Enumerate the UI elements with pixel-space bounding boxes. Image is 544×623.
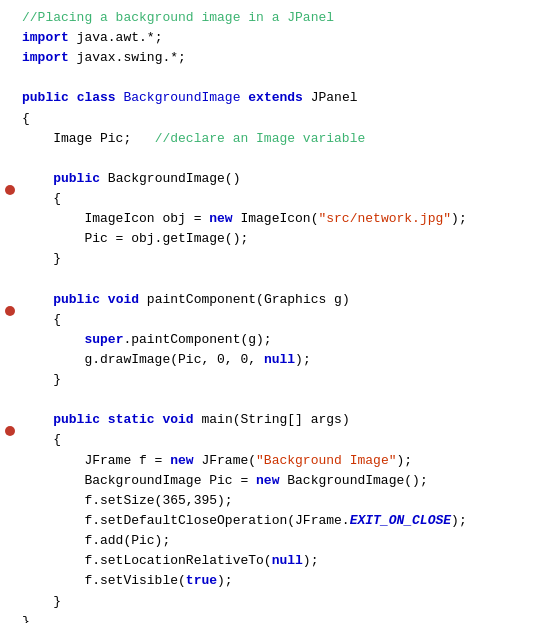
token [69, 90, 77, 105]
code-line: } [0, 249, 544, 269]
token: f.setSize(365,395); [22, 493, 233, 508]
token: , [248, 352, 264, 367]
breakpoint-indicator [5, 306, 15, 316]
code-line: public class BackgroundImage extends JPa… [0, 88, 544, 108]
code-line: Image Pic; //declare an Image variable [0, 129, 544, 149]
token: { [22, 312, 61, 327]
line-content: import java.awt.*; [22, 28, 536, 48]
code-line: public void paintComponent(Graphics g) [0, 290, 544, 310]
token: } [22, 594, 61, 609]
token: JFrame( [194, 453, 256, 468]
line-content: } [22, 592, 536, 612]
code-line: f.setSize(365,395); [0, 491, 544, 511]
line-content: g.drawImage(Pic, 0, 0, null); [22, 350, 536, 370]
line-content: JFrame f = new JFrame("Background Image"… [22, 451, 536, 471]
line-content: { [22, 189, 536, 209]
code-line: } [0, 370, 544, 390]
line-content: Image Pic; //declare an Image variable [22, 129, 536, 149]
token: EXIT_ON_CLOSE [350, 513, 451, 528]
token: JPanel [303, 90, 358, 105]
token: f.setLocationRelativeTo( [22, 553, 272, 568]
token [22, 332, 84, 347]
code-line: g.drawImage(Pic, 0, 0, null); [0, 350, 544, 370]
token: import [22, 50, 69, 65]
code-line [0, 68, 544, 88]
line-content: super.paintComponent(g); [22, 330, 536, 350]
breakpoint-indicator [5, 185, 15, 195]
token: null [264, 352, 295, 367]
token: "Background Image" [256, 453, 396, 468]
token: ); [303, 553, 319, 568]
code-line: f.setVisible(true); [0, 571, 544, 591]
code-line: } [0, 612, 544, 623]
code-line: import java.awt.*; [0, 28, 544, 48]
code-line: import javax.swing.*; [0, 48, 544, 68]
token [22, 292, 53, 307]
token: javax.swing.*; [69, 50, 186, 65]
code-line [0, 149, 544, 169]
line-content: { [22, 430, 536, 450]
token: BackgroundImage(); [279, 473, 427, 488]
token: paintComponent(Graphics g) [139, 292, 350, 307]
line-content: } [22, 370, 536, 390]
token: ); [295, 352, 311, 367]
token: public [53, 171, 100, 186]
line-content: } [22, 612, 536, 623]
token: void [108, 292, 139, 307]
token: BackgroundImage Pic = [22, 473, 256, 488]
code-line: public static void main(String[] args) [0, 410, 544, 430]
token: BackgroundImage() [100, 171, 240, 186]
token: new [256, 473, 279, 488]
token: { [22, 111, 30, 126]
token: ); [397, 453, 413, 468]
token: //declare an Image variable [155, 131, 366, 146]
token: } [22, 251, 61, 266]
code-line: super.paintComponent(g); [0, 330, 544, 350]
code-line: { [0, 109, 544, 129]
code-line: f.setLocationRelativeTo(null); [0, 551, 544, 571]
token: Pic = obj.getImage(); [22, 231, 248, 246]
code-line [0, 390, 544, 410]
token: } [22, 614, 30, 623]
token: true [186, 573, 217, 588]
line-content: import javax.swing.*; [22, 48, 536, 68]
line-content: f.setSize(365,395); [22, 491, 536, 511]
token: f.setVisible( [22, 573, 186, 588]
token: static [108, 412, 155, 427]
code-line: f.add(Pic); [0, 531, 544, 551]
token: java.awt.*; [69, 30, 163, 45]
token: ); [451, 211, 467, 226]
code-line: ImageIcon obj = new ImageIcon("src/netwo… [0, 209, 544, 229]
line-content: f.setVisible(true); [22, 571, 536, 591]
line-content: Pic = obj.getImage(); [22, 229, 536, 249]
token: , [225, 352, 241, 367]
token: } [22, 372, 61, 387]
token: public [22, 90, 69, 105]
token [22, 412, 53, 427]
token: .paintComponent(g); [123, 332, 271, 347]
line-content: f.add(Pic); [22, 531, 536, 551]
line-content: public void paintComponent(Graphics g) [22, 290, 536, 310]
code-line: Pic = obj.getImage(); [0, 229, 544, 249]
token: super [84, 332, 123, 347]
token: public [53, 292, 100, 307]
line-content: public static void main(String[] args) [22, 410, 536, 430]
token: JFrame f = [22, 453, 170, 468]
token: { [22, 432, 61, 447]
code-editor: //Placing a background image in a JPanel… [0, 0, 544, 623]
token: g.drawImage(Pic, [22, 352, 217, 367]
code-line: { [0, 310, 544, 330]
line-content: BackgroundImage Pic = new BackgroundImag… [22, 471, 536, 491]
line-content: { [22, 109, 536, 129]
line-content: ImageIcon obj = new ImageIcon("src/netwo… [22, 209, 536, 229]
token: f.add(Pic); [22, 533, 170, 548]
line-content: { [22, 310, 536, 330]
token [100, 292, 108, 307]
token: { [22, 191, 61, 206]
code-line: f.setDefaultCloseOperation(JFrame.EXIT_O… [0, 511, 544, 531]
code-line: BackgroundImage Pic = new BackgroundImag… [0, 471, 544, 491]
token: class [77, 90, 116, 105]
token: ImageIcon obj = [22, 211, 209, 226]
token: null [272, 553, 303, 568]
code-line: //Placing a background image in a JPanel [0, 8, 544, 28]
